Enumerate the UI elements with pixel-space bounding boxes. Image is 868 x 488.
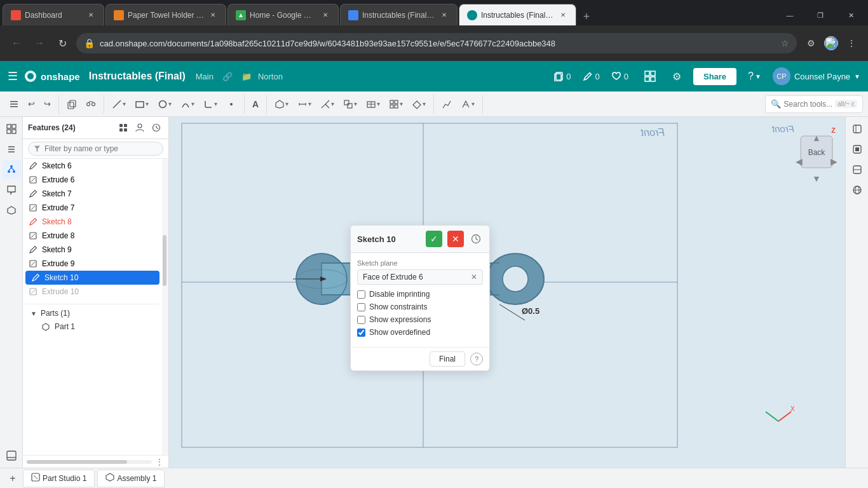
fillet-tool-button[interactable]: ▾ (200, 95, 221, 114)
parts-header[interactable]: ▼ Parts (1) (25, 307, 159, 320)
comment-icon[interactable] (2, 180, 21, 200)
new-tab-button[interactable]: + (578, 8, 595, 25)
tab-instructables-google[interactable]: Instructables (Final) - Googl... ✕ (340, 4, 458, 25)
reload-button[interactable]: ↻ (53, 34, 71, 52)
tab-assembly-1[interactable]: Assembly 1 (97, 470, 165, 487)
tab-part-studio-1[interactable]: Part Studio 1 (23, 470, 95, 487)
rect-tool-button[interactable]: ▾ (131, 95, 153, 114)
features-icon[interactable] (2, 140, 21, 159)
help-button[interactable]: ? ▼ (748, 71, 761, 82)
nav-left-arrow[interactable]: ◀ (796, 156, 803, 166)
tab-close-instructables-final[interactable]: ✕ (558, 10, 568, 20)
show-constraints-checkbox[interactable] (357, 303, 365, 311)
table-button[interactable]: ▾ (362, 95, 384, 114)
bottom-panel-icon[interactable] (2, 446, 21, 465)
disable-imprinting-checkbox[interactable] (357, 290, 365, 299)
search-tools[interactable]: 🔍 Search tools... alt/~ c (765, 95, 863, 113)
text-tool-button[interactable]: A (248, 95, 262, 114)
svg-rect-34 (7, 125, 11, 128)
tab-dashboard[interactable]: Dashboard ✕ (3, 4, 104, 25)
all-features-icon[interactable]: ⋮ (154, 457, 165, 467)
line-tool-button[interactable]: ▾ (108, 95, 130, 114)
feature-item-sketch8[interactable]: Sketch 8 (23, 215, 162, 229)
parts-icon[interactable] (2, 201, 21, 220)
show-overdefined-checkbox[interactable] (357, 329, 365, 337)
feature-item-extrude7[interactable]: Extrude 7 (23, 201, 162, 215)
dialog-plane-field[interactable]: Face of Extrude 6 ✕ (357, 269, 483, 285)
display-button[interactable]: ▾ (408, 95, 430, 114)
url-bar[interactable]: 🔒 cad.onshape.com/documents/1a098baf265c… (76, 33, 797, 53)
feature-item-sketch10[interactable]: Sketch 10 (25, 271, 159, 285)
forward-button[interactable]: → (31, 34, 48, 52)
scrollbar[interactable] (162, 159, 168, 455)
hamburger-menu[interactable]: ☰ (8, 69, 18, 83)
tab-google-drive[interactable]: ▲ Home - Google Drive ✕ (227, 4, 339, 25)
filter-input[interactable] (44, 144, 158, 153)
maximize-button[interactable]: ❐ (806, 5, 835, 25)
h-scrollbar[interactable] (27, 460, 152, 464)
nav-right-arrow[interactable]: ▶ (831, 156, 837, 166)
settings-icon[interactable]: ⚙ (667, 66, 687, 86)
redo-button[interactable]: ↪ (40, 95, 55, 114)
tab-paper-towel[interactable]: Paper Towel Holder - Instruc... ✕ (105, 4, 226, 25)
browser-profile-icon[interactable] (822, 34, 840, 52)
feature-clock-icon[interactable] (149, 121, 163, 135)
nav-up-arrow[interactable]: ▲ (812, 133, 821, 143)
tab-close-google-drive[interactable]: ✕ (320, 10, 330, 20)
dialog-plane-clear-icon[interactable]: ✕ (471, 273, 477, 281)
sketch-mode-icon[interactable] (2, 119, 21, 139)
more-options-icon[interactable]: ⋮ (843, 34, 860, 52)
show-expressions-checkbox[interactable] (357, 316, 365, 324)
fly-tool-button[interactable] (438, 95, 456, 114)
feature-person-icon[interactable] (133, 121, 147, 135)
back-button[interactable]: ← (8, 34, 25, 52)
right-panel-btn3[interactable] (848, 160, 867, 179)
tab-instructables-final[interactable]: Instructables (Final) | Part St... ✕ (459, 4, 576, 25)
dialog-cancel-button[interactable]: ✕ (447, 231, 464, 247)
pattern-tool-button[interactable] (82, 95, 100, 114)
add-tab-button[interactable]: + (5, 471, 20, 486)
transform-button[interactable]: ▾ (339, 95, 361, 114)
copy-tool-button[interactable] (63, 95, 81, 114)
nav-down-arrow[interactable]: ▼ (812, 173, 821, 184)
point-tool-button[interactable] (222, 95, 240, 114)
right-panel-btn1[interactable] (848, 119, 867, 139)
constraints-button[interactable]: ▾ (457, 95, 478, 114)
feature-item-sketch9[interactable]: Sketch 9 (23, 243, 162, 257)
tools-menu-button[interactable] (5, 95, 23, 114)
final-button[interactable]: Final (430, 351, 465, 367)
circle-tool-button[interactable]: ▾ (154, 95, 175, 114)
right-panel-btn2[interactable] (848, 140, 867, 159)
share-button[interactable]: Share (693, 68, 736, 85)
close-button[interactable]: ✕ (836, 5, 865, 25)
undo-button[interactable]: ↩ (24, 95, 39, 114)
trim-button[interactable]: ▾ (316, 95, 338, 114)
tab-close-dashboard[interactable]: ✕ (86, 10, 96, 20)
user-section[interactable]: CP Counsel Payne ▼ (773, 67, 860, 85)
feature-item-extrude6[interactable]: Extrude 6 (23, 173, 162, 187)
feature-item-extrude9[interactable]: Extrude 9 (23, 257, 162, 271)
minimize-button[interactable]: — (775, 5, 804, 25)
feature-item-sketch6[interactable]: Sketch 6 (23, 159, 162, 173)
arc-tool-button[interactable]: ▾ (177, 95, 198, 114)
dialog-confirm-button[interactable]: ✓ (426, 231, 442, 247)
feature-search-input-container[interactable] (28, 142, 163, 156)
tab-close-instructables-google[interactable]: ✕ (439, 10, 449, 20)
feature-add-icon[interactable] (116, 121, 130, 135)
tab-close-paper-towel[interactable]: ✕ (208, 10, 218, 20)
3d-shape-button[interactable]: ▾ (271, 95, 292, 114)
measure-button[interactable]: ▾ (294, 95, 315, 114)
nav-cube[interactable]: Back Z ▲ ▼ ◀ ▶ (794, 130, 839, 193)
feature-item-extrude8[interactable]: Extrude 8 (23, 229, 162, 243)
parts-item-part1[interactable]: Part 1 (25, 320, 159, 334)
extensions-icon[interactable]: ⚙ (802, 34, 820, 52)
right-panel-btn4[interactable] (848, 180, 867, 200)
feature-item-extrude10[interactable]: Extrude 10 (23, 285, 162, 299)
dialog-clock-icon[interactable] (469, 232, 483, 246)
bookmark-icon[interactable]: ☆ (781, 38, 789, 48)
dialog-help-icon[interactable]: ? (470, 353, 483, 365)
feature-item-sketch7[interactable]: Sketch 7 (23, 187, 162, 201)
grid-button[interactable]: ▾ (385, 95, 407, 114)
grid-view-icon[interactable] (640, 66, 660, 86)
tree-icon[interactable] (2, 160, 21, 179)
